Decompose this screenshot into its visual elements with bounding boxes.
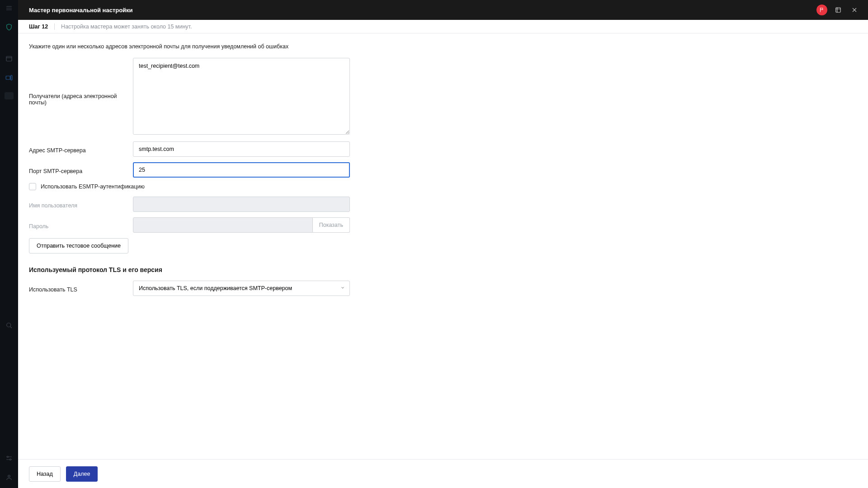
smtp-address-label: Адрес SMTP-сервера <box>29 145 133 154</box>
brand-icon <box>5 23 14 32</box>
svg-rect-1 <box>6 76 10 80</box>
step-bar: Шаг 12 Настройка мастера может занять ок… <box>18 20 868 33</box>
recipients-label: Получатели (адреса электронной почты) <box>29 58 133 106</box>
search-icon[interactable] <box>5 321 14 330</box>
step-label: Шаг 12 <box>29 23 48 30</box>
wizard-panel: Мастер первоначальной настройки Шаг 12 Н… <box>18 0 868 488</box>
help-icon[interactable] <box>832 4 844 16</box>
nav-item-badge[interactable] <box>5 92 14 99</box>
step-hint: Настройка мастера может занять около 15 … <box>61 23 192 30</box>
username-input <box>133 197 350 212</box>
svg-point-5 <box>10 459 11 460</box>
menu-icon[interactable] <box>5 4 14 13</box>
left-rail <box>0 0 18 488</box>
tls-select[interactable]: Использовать TLS, если поддерживается SM… <box>133 281 350 296</box>
send-test-button[interactable]: Отправить тестовое сообщение <box>29 238 128 253</box>
svg-point-6 <box>8 475 10 478</box>
smtp-port-label: Порт SMTP-сервера <box>29 165 133 174</box>
wizard-title: Мастер первоначальной настройки <box>29 7 133 14</box>
settings-icon[interactable] <box>5 454 14 463</box>
notifications-icon[interactable] <box>816 4 828 16</box>
close-icon[interactable] <box>848 4 861 16</box>
svg-rect-2 <box>11 75 12 80</box>
back-button[interactable]: Назад <box>29 466 61 482</box>
nav-devices-icon[interactable] <box>5 73 14 82</box>
tls-section-title: Используемый протокол TLS и его версия <box>29 266 857 273</box>
esmtp-label: Использовать ESMTP-аутентификацию <box>41 183 145 190</box>
esmtp-checkbox[interactable] <box>29 183 36 190</box>
smtp-address-input[interactable] <box>133 141 350 157</box>
account-icon[interactable] <box>5 473 14 482</box>
svg-point-3 <box>7 323 11 327</box>
svg-rect-0 <box>6 56 12 61</box>
titlebar: Мастер первоначальной настройки <box>18 0 868 20</box>
wizard-footer: Назад Далее <box>18 459 868 488</box>
show-password-button: Показать <box>313 217 350 233</box>
intro-text: Укажите один или несколько адресов элект… <box>29 43 857 50</box>
password-label: Пароль <box>29 221 133 230</box>
password-input <box>133 217 313 233</box>
tls-label: Использовать TLS <box>29 284 133 293</box>
svg-rect-7 <box>836 8 841 13</box>
recipients-input[interactable] <box>133 58 350 135</box>
smtp-port-input[interactable] <box>133 162 350 178</box>
svg-point-4 <box>7 456 9 458</box>
wizard-content: Укажите один или несколько адресов элект… <box>18 33 868 459</box>
next-button[interactable]: Далее <box>66 466 98 482</box>
username-label: Имя пользователя <box>29 200 133 209</box>
nav-dashboard-icon[interactable] <box>5 54 14 63</box>
